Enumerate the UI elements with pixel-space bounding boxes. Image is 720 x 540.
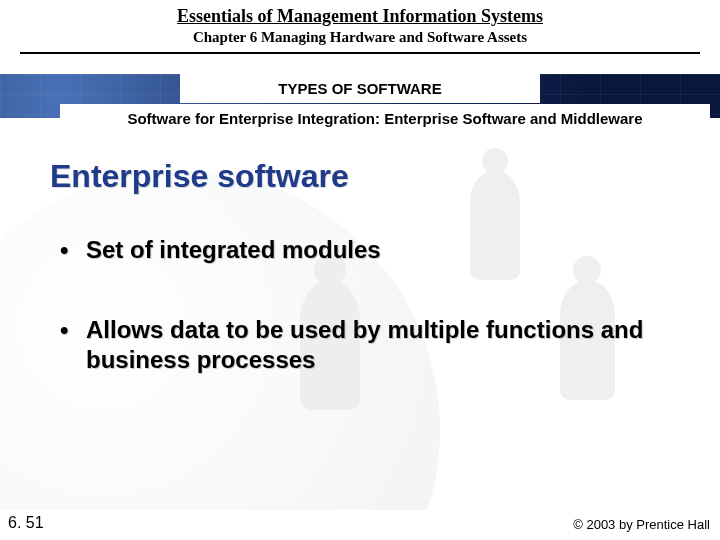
subsection-title: Software for Enterprise Integration: Ent… bbox=[60, 104, 710, 133]
book-title: Essentials of Management Information Sys… bbox=[0, 6, 720, 27]
slide-number: 6. 51 bbox=[8, 514, 44, 532]
bullet-item: Set of integrated modules bbox=[60, 235, 670, 265]
chapter-line: Chapter 6 Managing Hardware and Software… bbox=[0, 29, 720, 46]
section-title: TYPES OF SOFTWARE bbox=[180, 74, 540, 103]
copyright-text: © 2003 by Prentice Hall bbox=[573, 517, 710, 532]
header-divider bbox=[20, 52, 700, 54]
bullet-item: Allows data to be used by multiple funct… bbox=[60, 315, 670, 375]
bullet-list: Set of integrated modules Allows data to… bbox=[60, 235, 670, 425]
slide-content: Enterprise software Set of integrated mo… bbox=[0, 140, 720, 500]
slide-header: Essentials of Management Information Sys… bbox=[0, 0, 720, 54]
slide-heading: Enterprise software bbox=[50, 158, 349, 195]
